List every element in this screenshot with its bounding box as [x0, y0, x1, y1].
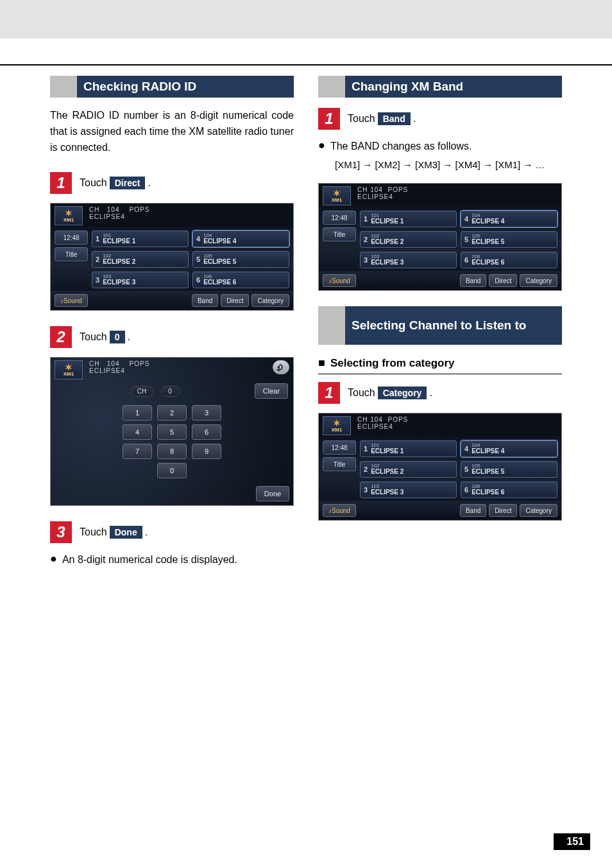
keypad-1[interactable]: 1: [123, 405, 152, 421]
keypad-grid: 1234567890: [51, 401, 293, 486]
band-flow-sequence: [XM1] → [XM2] → [XM3] → [XM4] → [XM1] → …: [335, 157, 562, 173]
step-3-suffix: .: [145, 526, 148, 538]
preset-grid: 1101ECLIPSE 14104ECLIPSE 42102ECLIPSE 25…: [92, 230, 293, 288]
screenshot-preset-list-1: ✶ XM1 CH 104 POPS ECLIPSE4: [50, 203, 294, 311]
xm-badge: ✶ XM1: [55, 206, 83, 225]
step-1-text: Touch Direct .: [80, 177, 151, 189]
preset-5[interactable]: 5105ECLIPSE 5: [192, 251, 289, 268]
keypad-ch-label: CH: [130, 386, 153, 397]
step-1: 1 Touch Direct .: [50, 172, 294, 194]
keypad-8[interactable]: 8: [157, 444, 187, 459]
xm-badge: ✶XM1: [323, 416, 351, 435]
step-3-text: Touch Done .: [80, 526, 148, 539]
step-3-prefix: Touch: [80, 526, 107, 538]
preset-3[interactable]: 3103ECLIPSE 3: [92, 272, 189, 288]
band-button-label: Band: [378, 112, 411, 125]
preset-4[interactable]: 4104ECLIPSE 4: [192, 230, 289, 247]
genre-label: POPS: [130, 206, 150, 213]
preset-6[interactable]: 6106ECLIPSE 6: [192, 272, 289, 288]
step-prefix: Touch: [348, 387, 375, 399]
step-2-suffix: .: [128, 331, 130, 343]
xm-badge: ✶XM1: [323, 186, 351, 205]
done-button-label: Done: [110, 526, 142, 539]
step-suffix: .: [429, 387, 432, 399]
xm-badge: ✶ XM1: [55, 360, 83, 379]
screenshot-preset-list-2: ✶XM1 CH 104 POPS ECLIPSE4 12:48 Title 11…: [318, 183, 562, 291]
direct-button[interactable]: Direct: [221, 294, 249, 307]
time-button[interactable]: 12:48: [323, 440, 356, 455]
step-number-1: 1: [50, 172, 72, 194]
section-header-radio-id: Checking RADIO ID: [50, 76, 294, 98]
step-2: 2 Touch 0 .: [50, 326, 294, 348]
section-title: Selecting Channel to Listen to: [345, 306, 562, 345]
title-button[interactable]: Title: [323, 457, 356, 471]
keypad-0[interactable]: 0: [157, 463, 187, 478]
section-header-changing-band: Changing XM Band: [318, 76, 562, 98]
section-title: Checking RADIO ID: [77, 76, 294, 98]
preset-3[interactable]: 3103ECLIPSE 3: [360, 482, 457, 498]
title-text: ECLIPSE4: [89, 213, 149, 220]
zero-button-label: 0: [110, 331, 125, 343]
preset-4[interactable]: 4104ECLIPSE 4: [461, 440, 557, 457]
keypad-6[interactable]: 6: [192, 424, 221, 440]
keypad-9[interactable]: 9: [192, 444, 221, 459]
band-button[interactable]: Band: [192, 294, 218, 307]
preset-2[interactable]: 2102ECLIPSE 2: [360, 461, 457, 478]
top-divider: [0, 64, 612, 65]
screenshot-preset-list-3: ✶XM1 CH 104 POPS ECLIPSE4 12:48 Title 11…: [318, 413, 562, 521]
section-header-selecting-channel: Selecting Channel to Listen to: [318, 306, 562, 345]
keypad-2[interactable]: 2: [157, 405, 187, 421]
category-button[interactable]: Category: [251, 294, 289, 307]
step-2-prefix: Touch: [80, 331, 107, 343]
direct-button[interactable]: Direct: [489, 274, 517, 287]
sound-button[interactable]: ♪Sound: [323, 504, 356, 517]
back-icon[interactable]: [273, 360, 289, 374]
sound-button[interactable]: ♪Sound: [55, 294, 88, 307]
done-button[interactable]: Done: [256, 486, 289, 501]
preset-1[interactable]: 1101ECLIPSE 1: [360, 440, 457, 457]
keypad-7[interactable]: 7: [123, 444, 152, 459]
step-number-2: 2: [50, 326, 72, 348]
keypad-3[interactable]: 3: [192, 405, 221, 421]
clear-button[interactable]: Clear: [255, 383, 288, 399]
preset-1[interactable]: 1101ECLIPSE 1: [360, 211, 457, 227]
title-button[interactable]: Title: [55, 247, 88, 261]
step-number-1: 1: [318, 108, 340, 130]
subheading-selecting-category: ■ Selecting from category: [318, 356, 562, 374]
direct-button[interactable]: Direct: [489, 504, 517, 517]
title-button[interactable]: Title: [323, 227, 356, 241]
preset-4[interactable]: 4104ECLIPSE 4: [461, 211, 557, 227]
intro-paragraph: The RADIO ID number is an 8-digit numeri…: [50, 108, 294, 155]
ch-label: CH: [89, 206, 99, 213]
sound-button[interactable]: ♪Sound: [323, 274, 356, 287]
band-button[interactable]: Band: [460, 504, 486, 517]
category-button[interactable]: Category: [520, 504, 557, 517]
step-1-band: 1 Touch Band .: [318, 108, 562, 130]
top-gray-band: [0, 0, 612, 39]
step-prefix: Touch: [348, 113, 375, 125]
section-title: Changing XM Band: [345, 76, 562, 98]
preset-5[interactable]: 5105ECLIPSE 5: [461, 231, 557, 248]
preset-6[interactable]: 6106ECLIPSE 6: [461, 482, 557, 498]
preset-5[interactable]: 5105ECLIPSE 5: [461, 461, 557, 478]
preset-3[interactable]: 3103ECLIPSE 3: [360, 252, 457, 268]
category-button-label: Category: [378, 386, 427, 399]
keypad-5[interactable]: 5: [157, 424, 187, 440]
category-button[interactable]: Category: [520, 274, 557, 287]
preset-2[interactable]: 2102ECLIPSE 2: [92, 251, 189, 268]
step-suffix: .: [413, 113, 416, 125]
result-bullet: ● An 8-digit numerical code is displayed…: [50, 552, 294, 567]
time-button[interactable]: 12:48: [55, 230, 88, 245]
ch-number: 104: [107, 206, 120, 213]
page-number: 151: [554, 833, 590, 850]
preset-6[interactable]: 6106ECLIPSE 6: [461, 252, 557, 268]
step-1-suffix: .: [148, 177, 150, 189]
band-change-bullet: ● The BAND changes as follows.: [318, 139, 562, 153]
keypad-4[interactable]: 4: [123, 424, 152, 440]
screenshot-keypad: ✶ XM1 CH 104 POPS ECLIPSE4: [50, 357, 294, 506]
band-button[interactable]: Band: [460, 274, 486, 287]
time-button[interactable]: 12:48: [323, 211, 356, 225]
preset-2[interactable]: 2102ECLIPSE 2: [360, 231, 457, 248]
keypad-ch-value: 0: [161, 386, 180, 397]
preset-1[interactable]: 1101ECLIPSE 1: [92, 230, 189, 247]
